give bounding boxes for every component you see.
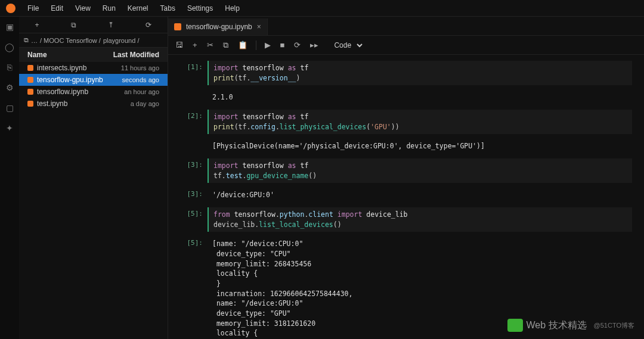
notebook-icon xyxy=(27,65,33,71)
output-cell: [PhysicalDevice(name='/physical_device:G… xyxy=(174,139,632,154)
menu-tabs[interactable]: Tabs xyxy=(160,4,175,13)
notebook-panel: tensorflow-gpu.ipynb × 🖫 + ✂ ⧉ 📋 ▶ ■ ⟳ ▸… xyxy=(168,17,644,339)
refresh-button[interactable]: ⟳ xyxy=(145,21,151,29)
menu-file[interactable]: File xyxy=(27,4,39,13)
col-name: Name xyxy=(27,51,47,59)
file-item[interactable]: tensorflow.ipynban hour ago xyxy=(19,86,168,98)
settings-icon[interactable]: ⚙ xyxy=(4,82,15,93)
separator xyxy=(256,41,256,50)
breadcrumb-dots: … xyxy=(31,37,38,44)
new-folder-button[interactable]: ⧉ xyxy=(71,21,76,29)
cell-output: '/device:GPU:0' xyxy=(208,188,632,203)
code-input[interactable]: import tensorflow as tf print(tf.config.… xyxy=(208,110,632,134)
cell-prompt: [5]: xyxy=(174,207,208,232)
file-item[interactable]: test.ipynba day ago xyxy=(19,98,168,110)
notebook-icon xyxy=(27,89,33,95)
code-cell[interactable]: [1]: import tensorflow as tf print(tf.__… xyxy=(174,61,632,85)
code-input[interactable]: import tensorflow as tf tf.test.gpu_devi… xyxy=(208,158,632,183)
breadcrumb-seg1[interactable]: / MOOC Tensorflow / xyxy=(40,37,101,44)
file-item[interactable]: intersects.ipynb11 hours ago xyxy=(19,62,168,74)
notebook-icon xyxy=(27,101,33,107)
run-icon[interactable]: ▶ xyxy=(265,41,271,49)
menu-edit[interactable]: Edit xyxy=(51,4,63,13)
jupyter-logo-icon xyxy=(6,4,16,13)
cell-prompt xyxy=(174,139,208,154)
file-browser: + ⧉ ⤒ ⟳ ⧉ … / MOOC Tensorflow / playgrou… xyxy=(19,17,168,339)
main-menu: File Edit View Run Kernel Tabs Settings … xyxy=(0,0,644,17)
code-input[interactable]: from tensorflow.python.client import dev… xyxy=(208,207,632,232)
notebook-icon xyxy=(174,23,181,30)
cell-prompt: [1]: xyxy=(174,61,208,85)
notebook-body[interactable]: [1]: import tensorflow as tf print(tf.__… xyxy=(168,55,644,339)
cell-output: [PhysicalDevice(name='/physical_device:G… xyxy=(208,139,632,154)
menu-settings[interactable]: Settings xyxy=(187,4,213,13)
tab-title: tensorflow-gpu.ipynb xyxy=(186,23,252,31)
output-cell: 2.1.0 xyxy=(174,90,632,105)
stop-icon[interactable]: ■ xyxy=(280,41,285,49)
cell-type-select[interactable]: Code xyxy=(328,39,364,51)
breadcrumb[interactable]: ⧉ … / MOOC Tensorflow / playground / xyxy=(19,33,168,48)
col-modified: Last Modified xyxy=(113,51,159,59)
copy-icon[interactable]: ⧉ xyxy=(223,41,228,50)
wechat-icon xyxy=(507,319,523,332)
menu-view[interactable]: View xyxy=(75,4,91,13)
paste-icon[interactable]: 📋 xyxy=(238,41,247,49)
watermark: Web 技术精选 @51CTO博客 xyxy=(507,319,635,332)
code-cell[interactable]: [5]: from tensorflow.python.client impor… xyxy=(174,207,632,232)
notebook-icon xyxy=(27,77,33,83)
cell-prompt: [5]: xyxy=(174,237,208,339)
output-cell: [3]: '/device:GPU:0' xyxy=(174,188,632,203)
notebook-toolbar: 🖫 + ✂ ⧉ 📋 ▶ ■ ⟳ ▸▸ Code xyxy=(168,36,644,55)
cell-output: 2.1.0 xyxy=(208,90,632,105)
cell-prompt: [3]: xyxy=(174,158,208,183)
close-icon[interactable]: × xyxy=(257,23,261,31)
running-icon[interactable]: ◯ xyxy=(4,42,15,52)
cut-icon[interactable]: ✂ xyxy=(207,41,213,49)
watermark-text: Web 技术精选 xyxy=(527,319,587,332)
restart-icon[interactable]: ⟳ xyxy=(294,41,301,49)
menu-run[interactable]: Run xyxy=(103,4,116,13)
new-launcher-button[interactable]: + xyxy=(35,21,39,29)
run-all-icon[interactable]: ▸▸ xyxy=(310,41,318,49)
file-browser-icon[interactable]: ▣ xyxy=(4,21,15,32)
save-icon[interactable]: 🖫 xyxy=(175,41,183,49)
cell-prompt xyxy=(174,90,208,105)
commands-icon[interactable]: ⎘ xyxy=(4,62,15,73)
code-cell[interactable]: [2]: import tensorflow as tf print(tf.co… xyxy=(174,110,632,134)
cell-prompt: [3]: xyxy=(174,188,208,203)
code-cell[interactable]: [3]: import tensorflow as tf tf.test.gpu… xyxy=(174,158,632,183)
activity-bar: ▣ ◯ ⎘ ⚙ ▢ ✦ xyxy=(0,17,19,339)
notebook-tab[interactable]: tensorflow-gpu.ipynb × xyxy=(168,18,268,35)
file-item[interactable]: tensorflow-gpu.ipynbseconds ago xyxy=(19,74,168,86)
file-list-header[interactable]: Name Last Modified xyxy=(19,48,168,62)
code-input[interactable]: import tensorflow as tf print(tf.__versi… xyxy=(208,61,632,85)
file-list: intersects.ipynb11 hours ago tensorflow-… xyxy=(19,62,168,339)
tabs-icon[interactable]: ▢ xyxy=(4,102,15,113)
watermark-sub: @51CTO博客 xyxy=(594,321,634,330)
menu-help[interactable]: Help xyxy=(225,4,240,13)
add-cell-icon[interactable]: + xyxy=(193,41,197,49)
tab-bar: tensorflow-gpu.ipynb × xyxy=(168,17,644,36)
cell-prompt: [2]: xyxy=(174,110,208,134)
folder-icon: ⧉ xyxy=(24,36,29,44)
upload-button[interactable]: ⤒ xyxy=(108,21,114,29)
file-toolbar: + ⧉ ⤒ ⟳ xyxy=(19,17,168,33)
breadcrumb-seg2[interactable]: playground / xyxy=(103,37,140,44)
menu-kernel[interactable]: Kernel xyxy=(128,4,148,13)
extensions-icon[interactable]: ✦ xyxy=(4,123,15,133)
